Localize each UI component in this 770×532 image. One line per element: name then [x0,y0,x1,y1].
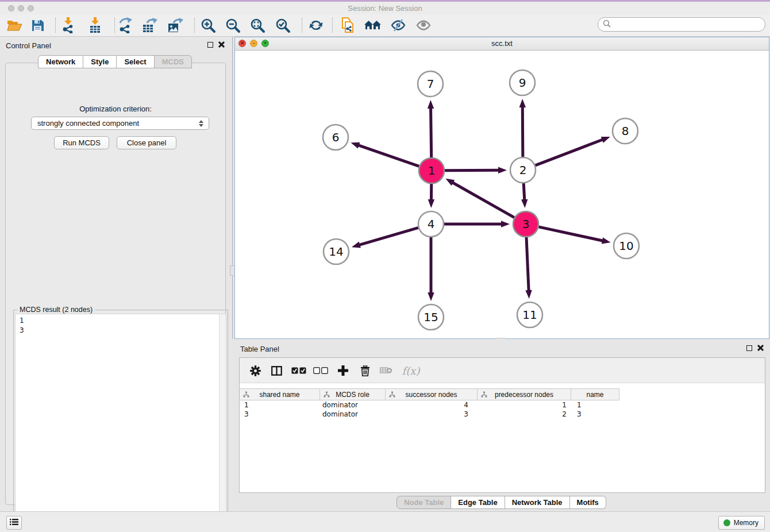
export-table-icon[interactable] [140,16,160,34]
select-all-icon[interactable] [290,361,308,380]
column-label: successor nodes [405,391,457,399]
float-panel-icon[interactable] [207,42,213,48]
node-8[interactable]: 8 [613,118,638,144]
table-header-row: shared nameMCDS rolesuccessor nodesprede… [240,388,619,400]
main-toolbar [0,14,770,37]
zoom-in-icon[interactable] [198,16,218,34]
edge-2-3[interactable] [521,183,528,208]
edge-1-7[interactable] [428,100,434,157]
svg-text:11: 11 [522,308,537,322]
zoom-selected-icon[interactable] [273,16,292,34]
delete-column-icon[interactable] [356,361,374,380]
float-panel-icon[interactable] [746,345,752,351]
edge-3-1[interactable] [445,179,514,218]
cell-shared-name[interactable]: 1 [240,400,320,410]
cell-predecessor-nodes[interactable]: 1 [478,400,571,410]
node-4[interactable]: 4 [418,211,444,237]
mcds-result-area[interactable]: 1 3 [15,314,226,526]
tab-select[interactable]: Select [117,55,154,68]
function-builder-icon[interactable]: f(x) [399,361,422,380]
column-header-successor-nodes[interactable]: successor nodes [386,389,478,400]
node-9[interactable]: 9 [510,70,535,95]
cell-name[interactable]: 3 [571,410,619,419]
node-15[interactable]: 15 [418,304,444,330]
node-1[interactable]: 1 [419,158,444,183]
close-panel-button[interactable]: Close panel [117,136,176,149]
close-panel-icon[interactable] [756,344,764,352]
export-image-icon[interactable] [165,16,185,34]
tab-mcds[interactable]: MCDS [155,55,192,68]
node-6[interactable]: 6 [323,125,348,150]
edge-1-4[interactable] [428,184,434,208]
node-3[interactable]: 3 [513,211,538,237]
show-column-icon[interactable] [267,361,286,380]
edge-3-11[interactable] [525,237,532,299]
search-input[interactable] [613,20,765,29]
cell-predecessor-nodes[interactable]: 2 [478,410,571,419]
network-canvas[interactable]: 1234678910111415 [235,51,769,338]
show-details-icon[interactable] [414,16,433,34]
import-table-icon[interactable] [85,16,105,34]
save-session-icon[interactable] [28,16,47,34]
column-header-predecessor-nodes[interactable]: predecessor nodes [478,389,571,400]
search-box [598,17,765,32]
node-7[interactable]: 7 [418,71,443,97]
import-network-icon[interactable] [58,16,78,34]
edge-3-10[interactable] [538,227,610,244]
settings-gear-icon[interactable] [246,361,264,380]
cell-successor-nodes[interactable]: 3 [386,410,478,419]
cell-mcds-role[interactable]: dominator [320,400,386,410]
optimization-criterion-dropdown[interactable]: strongly connected component [31,117,209,130]
delete-table-icon[interactable] [377,361,395,380]
zoom-out-icon[interactable] [223,16,242,34]
node-2[interactable]: 2 [510,157,536,183]
cell-shared-name[interactable]: 3 [240,410,320,419]
tab-network[interactable]: Network [38,55,83,68]
tab-edge-table[interactable]: Edge Table [451,496,505,509]
column-header-mcds-role[interactable]: MCDS role [320,389,386,400]
column-header-name[interactable]: name [571,389,619,400]
deselect-all-icon[interactable] [311,361,330,380]
column-header-shared-name[interactable]: shared name [240,389,320,400]
edge-4-15[interactable] [428,237,434,301]
table-row[interactable]: 3dominator323 [240,410,765,419]
clone-network-icon[interactable] [338,16,357,34]
table-row[interactable]: 1dominator411 [240,400,765,410]
edge-4-3[interactable] [444,221,510,227]
edge-2-8[interactable] [535,137,610,165]
vertical-splitter[interactable] [232,37,233,339]
cell-successor-nodes[interactable]: 4 [386,400,478,410]
memory-button[interactable]: Memory [718,516,765,530]
tab-style[interactable]: Style [83,55,117,68]
edge-4-14[interactable] [352,228,418,248]
control-panel-tabs: NetworkStyleSelectMCDS [0,55,230,68]
cell-name[interactable]: 1 [571,400,619,410]
edge-2-9[interactable] [519,99,526,157]
export-network-icon[interactable] [116,16,135,34]
close-panel-icon[interactable] [217,41,225,48]
window-title: Session: New Session [0,4,770,13]
add-column-icon[interactable] [334,361,352,380]
apply-layout-icon[interactable] [306,16,326,34]
svg-text:2: 2 [519,163,527,177]
edge-1-6[interactable] [351,142,419,167]
cell-mcds-role[interactable]: dominator [320,410,386,419]
run-mcds-button[interactable]: Run MCDS [54,136,109,149]
hide-details-icon[interactable] [388,16,408,34]
application-window: Session: New Session [0,0,770,532]
mcds-result-text: 1 3 [20,316,24,336]
node-11[interactable]: 11 [517,302,542,327]
node-14[interactable]: 14 [324,239,349,264]
edge-1-2[interactable] [445,167,507,174]
tab-node-table[interactable]: Node Table [396,496,451,509]
svg-text:4: 4 [428,217,435,231]
zoom-fit-icon[interactable] [248,16,267,34]
tab-network-table[interactable]: Network Table [505,496,570,509]
tab-motifs[interactable]: Motifs [570,496,606,509]
node-10[interactable]: 10 [614,233,639,259]
result-scrollbar[interactable] [219,314,226,525]
first-neighbors-icon[interactable] [363,16,383,34]
task-history-button[interactable] [6,516,22,530]
memory-status-icon [723,519,730,526]
open-session-icon[interactable] [5,16,24,34]
